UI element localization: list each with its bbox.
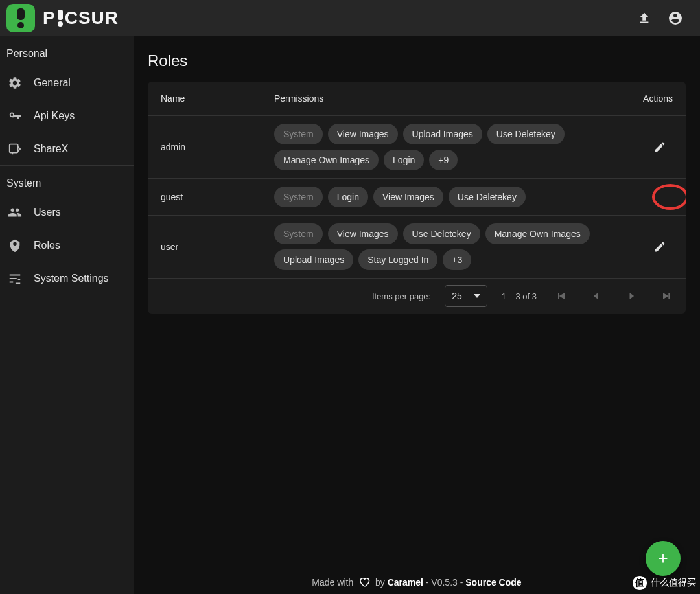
edit-role-button[interactable] (647, 234, 673, 260)
role-permissions: SystemView ImagesUse DeletekeyManage Own… (274, 223, 621, 270)
watermark-badge: 值 (633, 576, 647, 590)
role-actions (621, 234, 673, 260)
permission-chip[interactable]: View Images (328, 124, 398, 144)
col-header-name: Name (161, 93, 274, 104)
pencil-icon (653, 141, 666, 154)
watermark: 值 什么值得买 (633, 576, 696, 590)
logo-mark (6, 4, 35, 32)
svg-point-1 (18, 22, 24, 28)
sidebar-item-systemsettings[interactable]: System Settings (0, 262, 134, 295)
items-per-page-label: Items per page: (372, 291, 430, 301)
appbar: PCSUR (0, 0, 700, 36)
permission-chip[interactable]: Use Deletekey (449, 187, 526, 207)
items-per-page-value: 25 (452, 291, 462, 301)
permission-chip[interactable]: Login (384, 150, 424, 170)
paginator: Items per page: 25 1 – 3 of 3 (148, 279, 686, 314)
permission-chip[interactable]: +9 (429, 150, 458, 170)
role-name: admin (161, 142, 274, 152)
sidebar-section-personal: Personal (0, 36, 134, 66)
permission-chip[interactable]: Upload Images (403, 124, 482, 144)
table-row: guestSystemLoginView ImagesUse Deletekey (148, 179, 686, 216)
permission-chip[interactable]: View Images (328, 223, 398, 244)
main-content: Roles Name Permissions Actions adminSyst… (134, 36, 700, 594)
page-first-button[interactable] (551, 286, 572, 306)
upload-button[interactable] (631, 5, 657, 31)
sidebar-item-label: Api Keys (34, 110, 75, 122)
brand-logo[interactable]: PCSUR (6, 4, 119, 32)
share-icon (6, 142, 34, 156)
permission-chip[interactable]: View Images (373, 187, 443, 207)
heart-icon (358, 576, 370, 588)
permission-chip[interactable]: Stay Logged In (358, 249, 438, 270)
permission-chip[interactable]: Login (328, 187, 368, 207)
col-header-actions: Actions (621, 93, 673, 104)
role-name: user (161, 242, 274, 252)
role-actions (621, 193, 673, 201)
key-icon (6, 109, 34, 123)
permission-chip[interactable]: Use Deletekey (403, 223, 480, 244)
permission-chip[interactable]: System (274, 187, 323, 207)
sidebar: Personal General Api Keys ShareX System … (0, 36, 134, 594)
permission-chip[interactable]: Upload Images (274, 249, 353, 270)
page-title: Roles (148, 52, 686, 70)
page-next-button[interactable] (621, 286, 642, 306)
page-prev-button[interactable] (586, 286, 607, 306)
sidebar-item-apikeys[interactable]: Api Keys (0, 99, 134, 132)
edit-role-button[interactable] (652, 184, 686, 210)
sidebar-item-general[interactable]: General (0, 66, 134, 99)
roles-table: Name Permissions Actions adminSystemView… (148, 82, 686, 314)
sidebar-item-label: General (34, 77, 71, 89)
table-row: adminSystemView ImagesUpload ImagesUse D… (148, 116, 686, 179)
permission-chip[interactable]: System (274, 223, 323, 244)
edit-role-button[interactable] (647, 134, 673, 160)
gear-icon (6, 76, 34, 90)
chevron-down-icon (474, 294, 480, 298)
footer-author[interactable]: Caramel (388, 577, 423, 588)
role-actions (621, 134, 673, 160)
watermark-text: 什么值得买 (651, 577, 696, 589)
items-per-page-select[interactable]: 25 (445, 285, 487, 307)
sidebar-item-label: Users (34, 207, 61, 218)
sidebar-item-label: ShareX (34, 143, 68, 155)
shield-icon (6, 238, 34, 253)
role-name: guest (161, 192, 274, 202)
paginator-range: 1 – 3 of 3 (502, 291, 537, 301)
sidebar-item-roles[interactable]: Roles (0, 229, 134, 262)
logo-text: PCSUR (43, 8, 119, 29)
sidebar-item-label: System Settings (34, 273, 109, 284)
permission-chip[interactable]: Use Deletekey (487, 124, 565, 144)
table-header-row: Name Permissions Actions (148, 82, 686, 116)
sidebar-item-users[interactable]: Users (0, 196, 134, 229)
permission-chip[interactable]: +3 (443, 249, 471, 270)
sidebar-item-label: Roles (34, 240, 60, 251)
permission-chip[interactable]: Manage Own Images (274, 150, 379, 170)
table-row: userSystemView ImagesUse DeletekeyManage… (148, 216, 686, 279)
footer: Made with by Caramel - V0.5.3 - Source C… (134, 569, 700, 594)
footer-source-link[interactable]: Source Code (465, 577, 521, 588)
svg-rect-2 (10, 144, 18, 152)
svg-rect-0 (17, 8, 25, 20)
sidebar-item-sharex[interactable]: ShareX (0, 132, 134, 165)
col-header-permissions: Permissions (274, 93, 621, 104)
plus-icon (656, 551, 670, 565)
page-last-button[interactable] (656, 286, 677, 306)
pencil-icon (653, 240, 666, 253)
role-permissions: SystemLoginView ImagesUse Deletekey (274, 187, 621, 207)
sidebar-section-system: System (0, 166, 134, 196)
permission-chip[interactable]: Manage Own Images (485, 223, 590, 244)
permission-chip[interactable]: System (274, 124, 323, 144)
account-button[interactable] (662, 5, 688, 31)
people-icon (6, 205, 34, 220)
tune-icon (6, 271, 34, 286)
role-permissions: SystemView ImagesUpload ImagesUse Delete… (274, 124, 621, 170)
